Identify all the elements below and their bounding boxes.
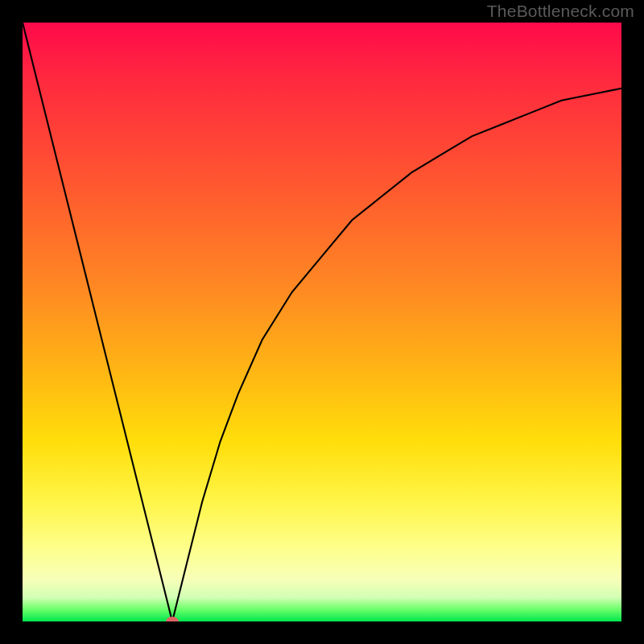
curve-path	[23, 23, 621, 621]
plot-area	[23, 23, 621, 621]
watermark-text: TheBottleneck.com	[487, 2, 634, 21]
minimum-marker	[166, 617, 179, 621]
chart-frame: TheBottleneck.com	[0, 0, 644, 644]
bottleneck-curve	[23, 23, 621, 621]
